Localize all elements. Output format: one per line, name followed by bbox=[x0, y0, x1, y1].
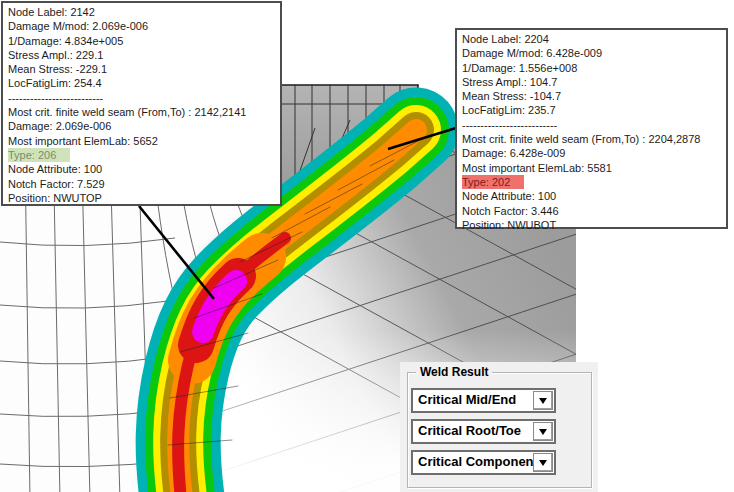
callout-text-line: Node Label: 2204 bbox=[462, 32, 726, 46]
callout-text: Damage: 6.428e-009 bbox=[462, 146, 565, 160]
callout-text-line: Type: 202 bbox=[462, 175, 726, 189]
callout-text: Node Attribute: 100 bbox=[462, 189, 556, 203]
weld-result-title: Weld Result bbox=[416, 365, 492, 379]
callout-text-line: -------------------------- bbox=[8, 91, 280, 105]
dropdown-selected-value: Critical Root/Toe bbox=[418, 423, 521, 438]
callout-text-line: Most crit. finite weld seam (From,To) : … bbox=[462, 132, 726, 146]
callout-text: Node Attribute: 100 bbox=[8, 162, 102, 176]
callout-text-line: Position: NWUTOP bbox=[8, 191, 280, 205]
callout-text: -------------------------- bbox=[462, 118, 557, 132]
callout-text-line: Node Label: 2142 bbox=[8, 5, 280, 19]
dropdown-arrow-button[interactable] bbox=[533, 453, 553, 472]
node-info-callout-2204: Node Label: 2204 Damage M/mod: 6.428e-00… bbox=[455, 28, 728, 229]
callout-text-line: LocFatigLim: 254.4 bbox=[8, 76, 280, 90]
callout-text-line: Notch Factor: 3.446 bbox=[462, 204, 726, 218]
callout-text: Damage: 2.069e-006 bbox=[8, 119, 111, 133]
dropdown-arrow-button[interactable] bbox=[533, 391, 553, 410]
fea-viewport: Node Label: 2142 Damage M/mod: 2.069e-00… bbox=[0, 0, 734, 492]
callout-text: Stress Ampl.: 104.7 bbox=[462, 75, 557, 89]
chevron-down-icon bbox=[539, 460, 547, 466]
callout-text-line: 1/Damage: 4.834e+005 bbox=[8, 34, 280, 48]
callout-text-line: 1/Damage: 1.556e+008 bbox=[462, 61, 726, 75]
callout-text-line: Damage M/mod: 6.428e-009 bbox=[462, 46, 726, 60]
node-info-callout-2142: Node Label: 2142 Damage M/mod: 2.069e-00… bbox=[1, 1, 282, 206]
callout-text: Type: 202 bbox=[462, 175, 524, 189]
callout-text: -------------------------- bbox=[8, 91, 103, 105]
callout-text-line: Position: NWUBOT bbox=[462, 218, 726, 232]
callout-text-line: Damage: 2.069e-006 bbox=[8, 119, 280, 133]
weld-result-dropdown[interactable]: Critical Component bbox=[411, 450, 556, 475]
callout-text-line: Stress Ampl.: 229.1 bbox=[8, 48, 280, 62]
callout-text: Notch Factor: 7.529 bbox=[8, 177, 105, 191]
callout-text: Most important ElemLab: 5581 bbox=[462, 161, 612, 175]
callout-text: Most important ElemLab: 5652 bbox=[8, 134, 158, 148]
callout-text: LocFatigLim: 235.7 bbox=[462, 103, 556, 117]
callout-text: Most crit. finite weld seam (From,To) : … bbox=[8, 105, 246, 119]
callout-text-line: Most crit. finite weld seam (From,To) : … bbox=[8, 105, 280, 119]
callout-text-line: Node Attribute: 100 bbox=[8, 162, 280, 176]
callout-text-line: -------------------------- bbox=[462, 118, 726, 132]
callout-text: Stress Ampl.: 229.1 bbox=[8, 48, 103, 62]
callout-text-line: Notch Factor: 7.529 bbox=[8, 177, 280, 191]
callout-text-line: Node Attribute: 100 bbox=[462, 189, 726, 203]
weld-result-panel: Weld Result Critical Mid/End Critical Ro… bbox=[400, 362, 598, 492]
callout-text-line: Most important ElemLab: 5581 bbox=[462, 161, 726, 175]
callout-text-line: Most important ElemLab: 5652 bbox=[8, 134, 280, 148]
callout-text: Position: NWUTOP bbox=[8, 191, 102, 205]
callout-text: Damage M/mod: 6.428e-009 bbox=[462, 46, 602, 60]
weld-result-dropdown[interactable]: Critical Root/Toe bbox=[411, 419, 556, 444]
callout-text-line: Mean Stress: -104.7 bbox=[462, 89, 726, 103]
callout-text: 1/Damage: 1.556e+008 bbox=[462, 61, 577, 75]
weld-result-dropdown[interactable]: Critical Mid/End bbox=[411, 388, 556, 413]
callout-text: Type: 206 bbox=[8, 148, 70, 162]
callout-text: Mean Stress: -229.1 bbox=[8, 62, 107, 76]
callout-text-line: Mean Stress: -229.1 bbox=[8, 62, 280, 76]
callout-text: Notch Factor: 3.446 bbox=[462, 204, 559, 218]
callout-text-line: Stress Ampl.: 104.7 bbox=[462, 75, 726, 89]
callout-text-line: Damage: 6.428e-009 bbox=[462, 146, 726, 160]
callout-text: Node Label: 2142 bbox=[8, 5, 95, 19]
dropdown-selected-value: Critical Mid/End bbox=[418, 392, 516, 407]
callout-text: Damage M/mod: 2.069e-006 bbox=[8, 19, 148, 33]
callout-text-line: Damage M/mod: 2.069e-006 bbox=[8, 19, 280, 33]
callout-text-line: Type: 206 bbox=[8, 148, 280, 162]
callout-text: LocFatigLim: 254.4 bbox=[8, 76, 102, 90]
chevron-down-icon bbox=[539, 429, 547, 435]
callout-text: Mean Stress: -104.7 bbox=[462, 89, 561, 103]
callout-text-line: LocFatigLim: 235.7 bbox=[462, 103, 726, 117]
callout-text: Most crit. finite weld seam (From,To) : … bbox=[462, 132, 700, 146]
callout-text: 1/Damage: 4.834e+005 bbox=[8, 34, 123, 48]
chevron-down-icon bbox=[539, 398, 547, 404]
callout-text: Node Label: 2204 bbox=[462, 32, 549, 46]
callout-text: Position: NWUBOT bbox=[462, 218, 556, 232]
dropdown-selected-value: Critical Component bbox=[418, 454, 538, 469]
dropdown-arrow-button[interactable] bbox=[533, 422, 553, 441]
